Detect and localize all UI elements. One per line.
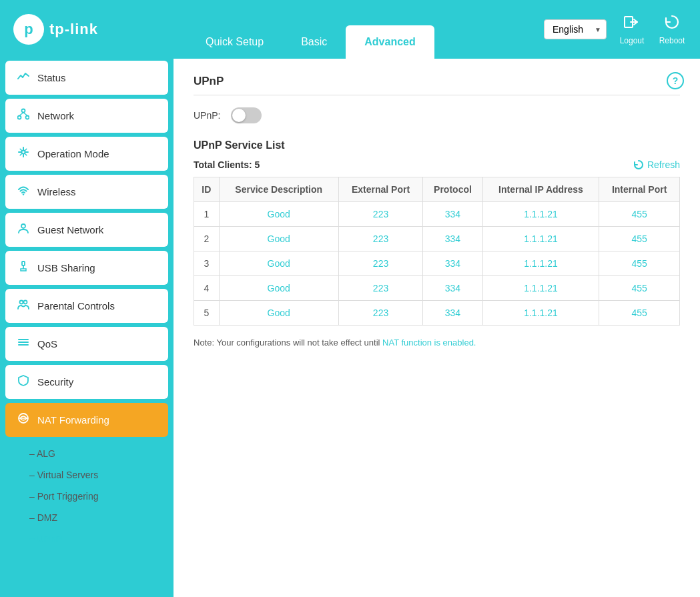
sub-dash-vs: – [29, 470, 37, 480]
cell-id: 3 [194, 251, 220, 276]
language-selector[interactable]: English Chinese French German Spanish [544, 19, 607, 39]
svg-line-8 [23, 113, 27, 116]
sidebar-label-guest-network: Guest Network [37, 224, 103, 235]
svg-point-9 [22, 151, 25, 154]
sidebar-item-parental-controls[interactable]: Parental Controls [5, 289, 168, 323]
nav-tabs: Quick Setup Basic Advanced [187, 0, 544, 59]
upnp-label: UPnP: [194, 110, 220, 121]
reboot-button[interactable]: Reboot [657, 13, 687, 45]
sidebar-item-security[interactable]: Security [5, 365, 168, 399]
cell-internal-port: 455 [599, 202, 680, 227]
col-header-protocol: Protocol [423, 177, 483, 202]
sidebar-item-wireless[interactable]: Wireless [5, 175, 168, 209]
brand-name: tp-link [49, 21, 98, 38]
sidebar-item-usb-sharing[interactable]: USB Sharing [5, 251, 168, 285]
col-header-ext-port: External Port [338, 177, 422, 202]
content-inner: ? UPnP UPnP: UPnP Service List Total Cli… [173, 59, 700, 597]
tab-basic[interactable]: Basic [282, 25, 346, 59]
sidebar-sub-port-triggering[interactable]: – Port Triggering [5, 486, 168, 507]
svg-point-10 [23, 193, 24, 195]
cell-service-desc: Good [219, 276, 338, 301]
section-title: UPnP [194, 75, 680, 95]
security-icon [17, 374, 29, 390]
total-clients: Total Clients: 5 [194, 159, 260, 170]
cell-ext-port: 223 [338, 227, 422, 251]
table-row: 3 Good 223 334 1.1.1.21 455 [194, 251, 680, 276]
cell-id: 5 [194, 301, 220, 326]
svg-point-4 [22, 109, 25, 113]
note-text: Note: Your configurations will not take … [194, 338, 680, 348]
sidebar-label-parental-controls: Parental Controls [37, 300, 115, 312]
language-select[interactable]: English Chinese French German Spanish [544, 19, 607, 39]
logout-button[interactable]: Logout [617, 13, 647, 45]
sidebar-label-nat-forwarding: NAT Forwarding [37, 414, 109, 426]
table-row: 4 Good 223 334 1.1.1.21 455 [194, 276, 680, 301]
cell-service-desc: Good [219, 251, 338, 276]
svg-point-11 [21, 224, 25, 228]
cell-internal-ip: 1.1.1.21 [482, 301, 599, 326]
total-clients-label: Total Clients: [194, 159, 252, 170]
guest-network-icon [17, 222, 29, 237]
cell-id: 1 [194, 202, 220, 227]
sub-dash-upnp: – [29, 534, 37, 544]
sidebar-item-network[interactable]: Network [5, 99, 168, 133]
upnp-table: ID Service Description External Port Pro… [194, 177, 680, 326]
sidebar-sub-upnp[interactable]: – UPnP [5, 528, 168, 550]
sidebar-item-operation-mode[interactable]: Operation Mode [5, 137, 168, 171]
sidebar-sub-alg[interactable]: – ALG [5, 443, 168, 464]
top-nav: p tp-link Quick Setup Basic Advanced Eng… [0, 0, 700, 59]
cell-internal-port: 455 [599, 227, 680, 251]
col-header-internal-ip: Internal IP Address [482, 177, 599, 202]
content-area: ? UPnP UPnP: UPnP Service List Total Cli… [173, 59, 700, 597]
table-header-row: Total Clients: 5 Refresh [194, 159, 680, 170]
cell-internal-port: 455 [599, 276, 680, 301]
main-layout: Status Network [0, 59, 700, 597]
sub-dash-alg: – [29, 448, 37, 459]
tab-quick-setup[interactable]: Quick Setup [187, 25, 282, 59]
logo-area: p tp-link [13, 14, 187, 45]
sidebar-item-guest-network[interactable]: Guest Network [5, 213, 168, 247]
refresh-button[interactable]: Refresh [633, 159, 680, 170]
table-row: 2 Good 223 334 1.1.1.21 455 [194, 227, 680, 251]
logout-label: Logout [620, 36, 645, 45]
upnp-row: UPnP: [194, 107, 680, 123]
cell-protocol: 334 [423, 301, 483, 326]
svg-point-6 [26, 116, 29, 119]
sidebar-item-status[interactable]: Status [5, 61, 168, 95]
cell-protocol: 334 [423, 276, 483, 301]
cell-protocol: 334 [423, 227, 483, 251]
col-header-internal-port: Internal Port [599, 177, 680, 202]
sidebar-label-usb-sharing: USB Sharing [37, 262, 95, 273]
cell-service-desc: Good [219, 301, 338, 326]
logout-icon [623, 13, 641, 35]
svg-rect-12 [22, 261, 25, 265]
parental-controls-icon [17, 298, 29, 314]
col-header-id: ID [194, 177, 220, 202]
sidebar-sub-virtual-servers[interactable]: – Virtual Servers [5, 464, 168, 486]
cell-internal-port: 455 [599, 301, 680, 326]
upnp-toggle[interactable] [231, 107, 262, 123]
sidebar-label-wireless: Wireless [37, 186, 76, 197]
refresh-icon [633, 159, 644, 170]
operation-mode-icon [17, 146, 29, 161]
svg-point-5 [18, 116, 21, 119]
nav-right: English Chinese French German Spanish Lo… [544, 13, 687, 45]
sub-dash-pt: – [29, 491, 37, 502]
reboot-icon [663, 13, 681, 35]
sidebar-label-status: Status [37, 72, 66, 83]
col-header-service-desc: Service Description [219, 177, 338, 202]
sidebar: Status Network [0, 59, 173, 597]
sidebar-item-qos[interactable]: QoS [5, 327, 168, 361]
cell-protocol: 334 [423, 251, 483, 276]
sidebar-sub-dmz[interactable]: – DMZ [5, 507, 168, 528]
tab-advanced[interactable]: Advanced [346, 25, 434, 59]
cell-protocol: 334 [423, 202, 483, 227]
cell-id: 2 [194, 227, 220, 251]
cell-id: 4 [194, 276, 220, 301]
cell-ext-port: 223 [338, 251, 422, 276]
help-icon[interactable]: ? [667, 72, 684, 89]
sidebar-item-nat-forwarding[interactable]: NAT Forwarding [5, 403, 168, 437]
total-clients-count: 5 [255, 159, 260, 170]
reboot-label: Reboot [659, 36, 685, 45]
cell-internal-ip: 1.1.1.21 [482, 227, 599, 251]
